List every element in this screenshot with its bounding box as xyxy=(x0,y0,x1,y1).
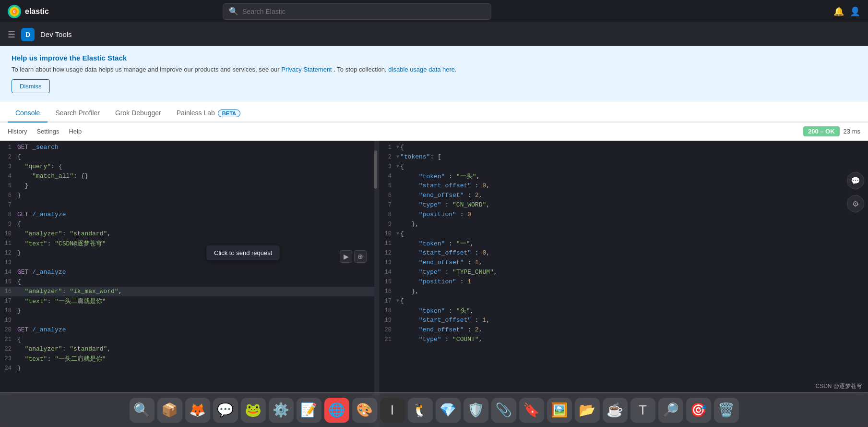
dismiss-button[interactable]: Dismiss xyxy=(12,79,50,93)
dock-photos[interactable]: 🖼️ xyxy=(547,398,572,423)
action-icons: ▶ ⊕ xyxy=(340,250,367,263)
dock-app5[interactable]: 🔖 xyxy=(519,398,544,423)
help-button[interactable]: Help xyxy=(69,128,82,135)
table-row: 4 "match_all": {} xyxy=(0,171,377,181)
table-row: 14 GET /_analyze xyxy=(0,268,377,277)
dock-app3[interactable]: 🛡️ xyxy=(464,398,488,423)
dock-launchpad[interactable]: 📦 xyxy=(157,398,182,423)
table-row: 9 }, xyxy=(379,220,868,229)
elastic-logo-icon: e xyxy=(8,5,21,18)
dock-files[interactable]: 📂 xyxy=(575,398,600,423)
table-row: 9 { xyxy=(0,220,377,229)
hamburger-menu-icon[interactable]: ☰ xyxy=(8,29,15,40)
elastic-logo: e elastic xyxy=(8,5,49,18)
notifications-icon[interactable]: 🔔 xyxy=(833,6,844,17)
privacy-statement-link[interactable]: Privacy Statement xyxy=(281,66,332,73)
table-row: 20 "end_offset" : 2, xyxy=(379,325,868,335)
tab-search-profiler[interactable]: Search Profiler xyxy=(48,104,107,122)
table-row: 15 { xyxy=(0,277,377,287)
table-row: 10 "analyzer": "standard", xyxy=(0,229,377,239)
topbar: e elastic 🔍 🔔 👤 xyxy=(0,0,868,23)
table-row: 11 "text": "CSDN@逐梦苍穹" xyxy=(0,239,377,248)
table-row: 14 "type" : "TYPE_CNUM", xyxy=(379,268,868,277)
table-row: 2 { xyxy=(0,152,377,162)
scrollbar-thumb[interactable] xyxy=(374,150,377,189)
dock-trash[interactable]: 🗑️ xyxy=(714,398,739,423)
dock-typora[interactable]: T xyxy=(630,398,655,423)
right-response-pane[interactable]: 1 ▼ { 2 ▼ "tokens" : [ 3 ▼ { 4 "token" :… xyxy=(379,141,868,427)
table-row: 21 "type" : "COUNT", xyxy=(379,335,868,344)
table-row: 15 "position" : 1 xyxy=(379,277,868,287)
search-icon: 🔍 xyxy=(229,7,238,16)
right-float-icons: 💬 ⚙ xyxy=(847,172,864,212)
chat-icon[interactable]: 💬 xyxy=(847,172,864,189)
beta-badge: BETA xyxy=(218,110,240,117)
table-row: 13 xyxy=(0,258,377,268)
tab-console[interactable]: Console xyxy=(8,104,48,122)
table-row: 17 "text": "一头二肩就是你" xyxy=(0,296,377,306)
table-row: 10 ▼ { xyxy=(379,229,868,239)
table-row: 2 ▼ "tokens" : [ xyxy=(379,152,868,162)
dock-pycharm[interactable]: ⚙️ xyxy=(269,398,294,423)
run-request-icon[interactable]: ▶ xyxy=(340,250,352,263)
table-row: 8 GET /_analyze xyxy=(0,210,377,220)
table-row: 6 } xyxy=(0,191,377,200)
tabs-bar: Console Search Profiler Grok Debugger Pa… xyxy=(0,101,868,122)
table-row: 18 } xyxy=(0,306,377,316)
send-request-tooltip: Click to send request xyxy=(206,245,280,260)
copy-request-icon[interactable]: ⊕ xyxy=(354,250,367,263)
table-row: 22 "analyzer": "standard", xyxy=(0,344,377,354)
banner-text: To learn about how usage data helps us m… xyxy=(12,65,856,74)
app-badge: D xyxy=(21,28,35,41)
table-row: 8 "position" : 0 xyxy=(379,210,868,220)
dock-app2[interactable]: 🎨 xyxy=(352,398,377,423)
dock-edge[interactable]: 💎 xyxy=(436,398,461,423)
table-row: 7 xyxy=(0,200,377,210)
dock-wps[interactable]: 📝 xyxy=(297,398,321,423)
settings-button[interactable]: Settings xyxy=(36,128,59,135)
response-time: 23 ms xyxy=(844,128,860,135)
dock-app1[interactable]: 🐸 xyxy=(241,398,266,423)
macos-dock: 🔍 📦 🦊 💬 🐸 ⚙️ 📝 🌐 🎨 I 🐧 💎 🛡️ 📎 🔖 🖼️ 📂 ☕ T… xyxy=(0,392,868,427)
improvement-banner: Help us improve the Elastic Stack To lea… xyxy=(0,46,868,101)
editor-area: 1 GET _search 2 { 3 "query": { 4 "match_… xyxy=(0,141,868,427)
table-row: 13 "end_offset" : 1, xyxy=(379,258,868,268)
table-row: 20 GET /_analyze xyxy=(0,325,377,335)
page-title: Dev Tools xyxy=(40,30,72,38)
dock-idea[interactable]: I xyxy=(380,398,405,423)
csdn-label: CSDN @逐梦苍穹 xyxy=(815,382,862,390)
tab-grok-debugger[interactable]: Grok Debugger xyxy=(107,104,169,122)
global-search-bar[interactable]: 🔍 xyxy=(223,3,491,20)
left-editor-pane[interactable]: 1 GET _search 2 { 3 "query": { 4 "match_… xyxy=(0,141,379,427)
banner-text-after: . To stop collection, xyxy=(333,66,386,73)
code-editor[interactable]: 1 GET _search 2 { 3 "query": { 4 "match_… xyxy=(0,141,377,427)
table-row: 12 "start_offset" : 0, xyxy=(379,248,868,258)
search-input[interactable] xyxy=(242,8,485,15)
dock-chrome[interactable]: 🌐 xyxy=(324,398,349,423)
tab-painless-lab[interactable]: Painless LabBETA xyxy=(169,104,248,122)
table-row: 18 "token" : "头", xyxy=(379,306,868,316)
dock-wechat[interactable]: 💬 xyxy=(213,398,238,423)
dock-java[interactable]: ☕ xyxy=(603,398,628,423)
table-row: 1 GET _search xyxy=(0,143,377,152)
user-icon[interactable]: 👤 xyxy=(850,6,860,17)
history-button[interactable]: History xyxy=(8,128,27,135)
help-float-icon[interactable]: ⚙ xyxy=(847,195,864,212)
disable-data-link[interactable]: disable usage data here xyxy=(388,66,455,73)
dock-app7[interactable]: 🎯 xyxy=(686,398,711,423)
elastic-logo-text: elastic xyxy=(25,7,49,16)
navbar: ☰ D Dev Tools xyxy=(0,23,868,46)
dock-app6[interactable]: 🔎 xyxy=(658,398,683,423)
dock-finder[interactable]: 🔍 xyxy=(130,398,155,423)
dock-firefox[interactable]: 🦊 xyxy=(185,398,210,423)
status-badge: 200 – OK xyxy=(803,126,840,136)
editor-scrollbar[interactable] xyxy=(374,141,377,427)
dock-qq[interactable]: 🐧 xyxy=(408,398,433,423)
table-row: 11 "token" : "一", xyxy=(379,239,868,248)
table-row: 17 ▼ { xyxy=(379,296,868,306)
table-row: 1 ▼ { xyxy=(379,143,868,152)
subnav: History Settings Help 200 – OK 23 ms xyxy=(0,122,868,141)
table-row: 4 "token" : "一头", xyxy=(379,171,868,181)
dock-app4[interactable]: 📎 xyxy=(491,398,516,423)
table-row: 7 "type" : "CN_WORD", xyxy=(379,200,868,210)
